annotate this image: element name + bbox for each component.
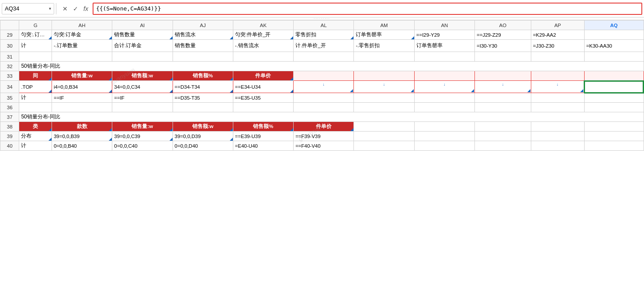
cell-G32[interactable]: 50销量分布-同比 bbox=[19, 62, 644, 71]
cell-G34[interactable]: .TOP bbox=[19, 81, 52, 93]
cell-AM40[interactable] bbox=[354, 141, 414, 151]
cell-AQ34[interactable] bbox=[584, 81, 644, 93]
col-header-AK[interactable]: AK bbox=[233, 21, 293, 30]
cell-AK30[interactable]: -.销售流水 bbox=[233, 40, 293, 52]
cell-AJ40[interactable]: 0=0,0,D40 bbox=[173, 141, 233, 151]
col-header-AL[interactable]: AL bbox=[294, 21, 354, 30]
cell-AM36[interactable] bbox=[354, 103, 414, 112]
cell-AH40[interactable]: 0=0,0,B40 bbox=[52, 141, 112, 151]
cell-AH35[interactable]: ==IF bbox=[52, 93, 112, 103]
cell-AM35[interactable] bbox=[354, 93, 414, 103]
cell-AM30[interactable]: -.零售折扣 bbox=[354, 40, 414, 52]
cell-AN38[interactable] bbox=[414, 122, 474, 132]
cell-AI29[interactable]: 销售数量 bbox=[112, 30, 173, 40]
cell-AQ39[interactable] bbox=[584, 132, 644, 141]
cell-G36[interactable] bbox=[19, 103, 52, 112]
cell-AI34[interactable]: 34=0,0,C34 bbox=[112, 81, 173, 93]
cell-AJ30[interactable]: 销售数量 bbox=[173, 40, 233, 52]
cell-AO35[interactable] bbox=[475, 93, 531, 103]
cell-AO36[interactable] bbox=[475, 103, 531, 112]
cell-AI31[interactable] bbox=[112, 52, 173, 62]
cell-AM29[interactable]: 订单售罄率 bbox=[354, 30, 414, 40]
cell-AQ33[interactable] bbox=[584, 71, 644, 81]
cell-AQ30[interactable]: =K30-AA30 bbox=[584, 40, 644, 52]
cell-AI33[interactable]: 销售额:w bbox=[112, 71, 173, 81]
cell-AN33[interactable] bbox=[414, 71, 474, 81]
cell-G39[interactable]: 分布 bbox=[19, 132, 52, 141]
cell-AQ35[interactable] bbox=[584, 93, 644, 103]
cell-AO40[interactable] bbox=[475, 141, 531, 151]
cell-AK38[interactable]: 销售额% bbox=[233, 122, 293, 132]
cell-AP34[interactable]: ↓ bbox=[531, 81, 584, 93]
cell-AM39[interactable] bbox=[354, 132, 414, 141]
cell-AN29[interactable]: ==I29-Y29 bbox=[414, 30, 474, 40]
cell-AM33[interactable] bbox=[354, 71, 414, 81]
cell-AI35[interactable]: ==IF bbox=[112, 93, 173, 103]
col-header-AI[interactable]: AI bbox=[112, 21, 173, 30]
cell-AI39[interactable]: 39=0,0,C39 bbox=[112, 132, 173, 141]
col-header-G[interactable]: G bbox=[19, 21, 52, 30]
cell-AI30[interactable]: 合计.订单金 bbox=[112, 40, 173, 52]
cell-AJ29[interactable]: 销售流水 bbox=[173, 30, 233, 40]
col-header-AN[interactable]: AN bbox=[414, 21, 474, 30]
cell-AK34[interactable]: ==E34-U34 bbox=[233, 81, 293, 93]
cell-AH30[interactable]: -.订单数量 bbox=[52, 40, 112, 52]
cell-AI40[interactable]: 0=0,0,C40 bbox=[112, 141, 173, 151]
cell-AQ38[interactable] bbox=[584, 122, 644, 132]
cell-AM34[interactable]: ↓ bbox=[354, 81, 414, 93]
cell-AO38[interactable] bbox=[475, 122, 531, 132]
cell-AL33[interactable] bbox=[294, 71, 354, 81]
cell-AP36[interactable] bbox=[531, 103, 584, 112]
cell-AL38[interactable]: 件单价 bbox=[294, 122, 354, 132]
cell-AJ38[interactable]: 销售额:w bbox=[173, 122, 233, 132]
cell-AK39[interactable]: ==E39-U39 bbox=[233, 132, 293, 141]
cell-AO30[interactable]: =I30-Y30 bbox=[475, 40, 531, 52]
cell-AL34[interactable]: ↓ bbox=[294, 81, 354, 93]
cell-AJ35[interactable]: ==D35-T35 bbox=[173, 93, 233, 103]
cell-AN31[interactable] bbox=[414, 52, 474, 62]
col-header-AM[interactable]: AM bbox=[354, 21, 414, 30]
cell-AP39[interactable] bbox=[531, 132, 584, 141]
cell-AL30[interactable]: 计.件单价_开 bbox=[294, 40, 354, 52]
cell-AN34[interactable]: ↓ bbox=[414, 81, 474, 93]
cell-AO31[interactable] bbox=[475, 52, 531, 62]
cell-AL39[interactable]: ==F39-V39 bbox=[294, 132, 354, 141]
cell-AI38[interactable]: 销售量:w bbox=[112, 122, 173, 132]
cell-AJ31[interactable] bbox=[173, 52, 233, 62]
cell-AJ34[interactable]: ==D34-T34 bbox=[173, 81, 233, 93]
cell-AK33[interactable]: 件单价 bbox=[233, 71, 293, 81]
cell-AH29[interactable]: 匀突:订单金 bbox=[52, 30, 112, 40]
cell-AP35[interactable] bbox=[531, 93, 584, 103]
cell-AL40[interactable]: ==F40-V40 bbox=[294, 141, 354, 151]
cell-AJ33[interactable]: 销售额% bbox=[173, 71, 233, 81]
cell-AN30[interactable]: 订单售罄率 bbox=[414, 40, 474, 52]
cell-AO29[interactable]: ==J29-Z29 bbox=[475, 30, 531, 40]
cell-AP40[interactable] bbox=[531, 141, 584, 151]
cell-G30[interactable]: 计 bbox=[19, 40, 52, 52]
cell-AL29[interactable]: 零售折扣 bbox=[294, 30, 354, 40]
dropdown-arrow-icon[interactable]: ▾ bbox=[49, 6, 51, 11]
col-header-AQ[interactable]: AQ bbox=[584, 21, 644, 30]
cell-AH39[interactable]: 39=0,0,B39 bbox=[52, 132, 112, 141]
cell-AK36[interactable] bbox=[233, 103, 293, 112]
cell-G31[interactable] bbox=[19, 52, 52, 62]
fx-icon[interactable]: fx bbox=[82, 4, 90, 13]
cell-AQ40[interactable] bbox=[584, 141, 644, 151]
cell-AP38[interactable] bbox=[531, 122, 584, 132]
cell-G33[interactable]: 间 bbox=[19, 71, 52, 81]
cell-AO33[interactable] bbox=[475, 71, 531, 81]
cell-G40[interactable]: 计 bbox=[19, 141, 52, 151]
cell-AH33[interactable]: 销售量:w bbox=[52, 71, 112, 81]
cell-AQ31[interactable] bbox=[584, 52, 644, 62]
cell-G35[interactable]: 计 bbox=[19, 93, 52, 103]
cell-AK40[interactable]: =E40-U40 bbox=[233, 141, 293, 151]
cell-AK35[interactable]: ==E35-U35 bbox=[233, 93, 293, 103]
cell-AL31[interactable] bbox=[294, 52, 354, 62]
cell-AP33[interactable] bbox=[531, 71, 584, 81]
cell-AQ29[interactable] bbox=[584, 30, 644, 40]
cell-AK31[interactable] bbox=[233, 52, 293, 62]
col-header-AJ[interactable]: AJ bbox=[173, 21, 233, 30]
cell-AO34[interactable]: ↓ bbox=[475, 81, 531, 93]
confirm-icon[interactable]: ✓ bbox=[71, 4, 80, 13]
cell-AO39[interactable] bbox=[475, 132, 531, 141]
